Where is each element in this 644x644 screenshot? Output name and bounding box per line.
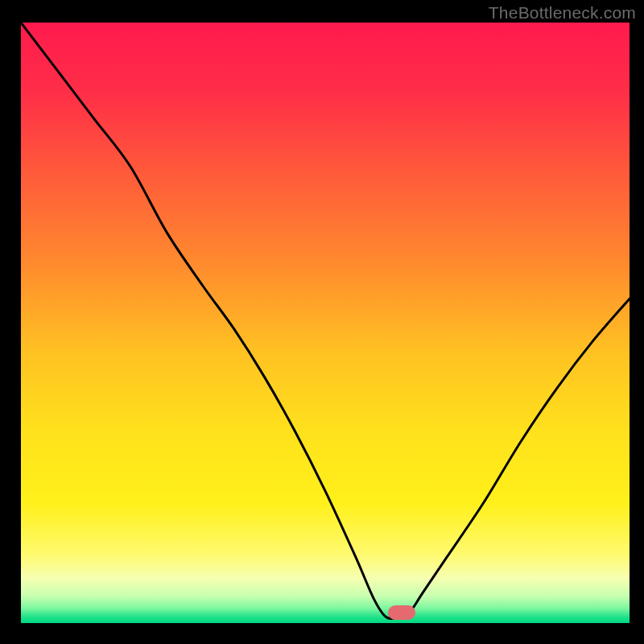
- plot-area: [21, 23, 630, 623]
- optimum-marker: [388, 605, 415, 620]
- bottleneck-curve: [21, 23, 630, 623]
- chart-stage: TheBottleneck.com: [0, 0, 644, 644]
- watermark-text: TheBottleneck.com: [489, 3, 636, 23]
